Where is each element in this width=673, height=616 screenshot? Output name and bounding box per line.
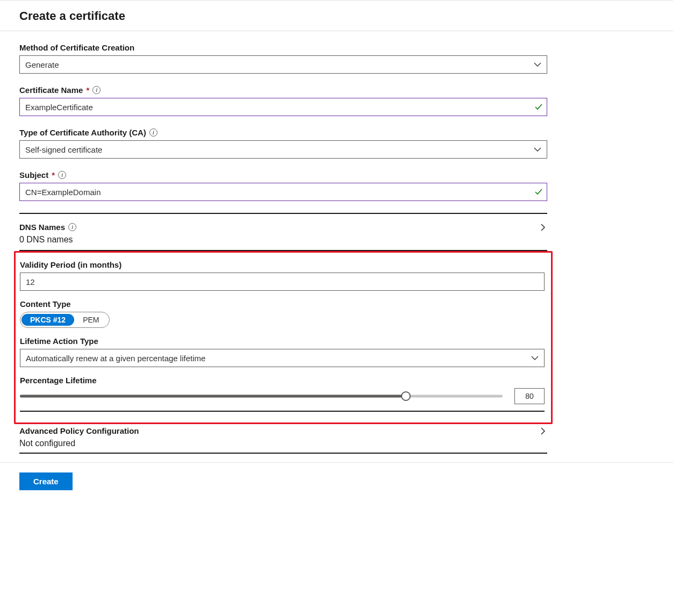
info-icon[interactable]: i [92,86,101,94]
check-icon [534,103,543,111]
cert-name-label: Certificate Name * i [19,85,654,95]
slider-thumb[interactable] [401,391,411,401]
divider [19,453,547,454]
method-label: Method of Certificate Creation [19,43,654,52]
form-area: Method of Certificate Creation Generate … [0,31,673,454]
dns-names-label-text: DNS Names [19,223,65,232]
subject-label-text: Subject [19,170,48,180]
field-cert-name: Certificate Name * i [19,85,654,116]
footer: Create [0,462,673,502]
method-select-button[interactable]: Generate [19,55,547,74]
percentage-lifetime-value[interactable]: 80 [514,388,545,404]
dns-names-label: DNS Names i [19,223,76,232]
validity-input-wrap [20,273,545,291]
divider [20,411,545,412]
info-icon[interactable]: i [149,128,157,137]
advanced-policy-value: Not configured [19,439,654,448]
validity-input[interactable] [20,273,545,291]
field-content-type: Content Type PKCS #12 PEM [20,299,547,328]
subject-input[interactable] [19,183,547,201]
validity-label: Validity Period (in months) [20,260,547,269]
create-certificate-page: Create a certificate Method of Certifica… [0,0,673,502]
info-icon[interactable]: i [58,171,66,179]
field-lifetime-action: Lifetime Action Type Automatically renew… [20,336,547,367]
content-type-option-pem[interactable]: PEM [74,314,108,326]
chevron-right-icon [539,223,547,232]
content-type-option-pkcs12[interactable]: PKCS #12 [22,314,74,326]
slider-fill [20,395,406,398]
field-validity-period: Validity Period (in months) [20,260,547,291]
field-dns-names[interactable]: DNS Names i 0 DNS names [19,223,654,245]
required-asterisk: * [52,170,55,180]
divider [19,213,547,214]
ca-type-label-text: Type of Certificate Authority (CA) [19,128,146,137]
percentage-lifetime-slider[interactable] [20,391,503,402]
info-icon[interactable]: i [68,223,76,231]
create-button[interactable]: Create [19,472,73,490]
ca-type-select-button[interactable]: Self-signed certificate [19,140,547,159]
subject-label: Subject * i [19,170,654,180]
page-header: Create a certificate [0,1,673,31]
cert-name-label-text: Certificate Name [19,85,83,95]
method-select[interactable]: Generate [19,55,547,74]
field-advanced-policy[interactable]: Advanced Policy Configuration Not config… [19,426,654,448]
dns-names-value: 0 DNS names [19,235,654,245]
highlighted-section: Validity Period (in months) Content Type… [14,251,553,424]
lifetime-action-select[interactable]: Automatically renew at a given percentag… [20,349,545,367]
lifetime-action-label: Lifetime Action Type [20,336,547,346]
content-type-toggle[interactable]: PKCS #12 PEM [20,312,110,328]
field-subject: Subject * i [19,170,654,201]
chevron-right-icon [539,427,547,435]
subject-input-wrap [19,183,547,201]
ca-type-label: Type of Certificate Authority (CA) i [19,128,654,137]
field-method: Method of Certificate Creation Generate [19,43,654,74]
cert-name-input[interactable] [19,98,547,116]
page-title: Create a certificate [19,9,654,23]
required-asterisk: * [86,85,89,95]
check-icon [534,188,543,196]
advanced-policy-label: Advanced Policy Configuration [19,426,139,435]
ca-type-select[interactable]: Self-signed certificate [19,140,547,159]
field-ca-type: Type of Certificate Authority (CA) i Sel… [19,128,654,159]
content-type-label: Content Type [20,299,547,309]
percentage-lifetime-label: Percentage Lifetime [20,376,547,385]
lifetime-action-select-button[interactable]: Automatically renew at a given percentag… [20,349,545,367]
cert-name-input-wrap [19,98,547,116]
field-percentage-lifetime: Percentage Lifetime 80 [20,376,547,404]
